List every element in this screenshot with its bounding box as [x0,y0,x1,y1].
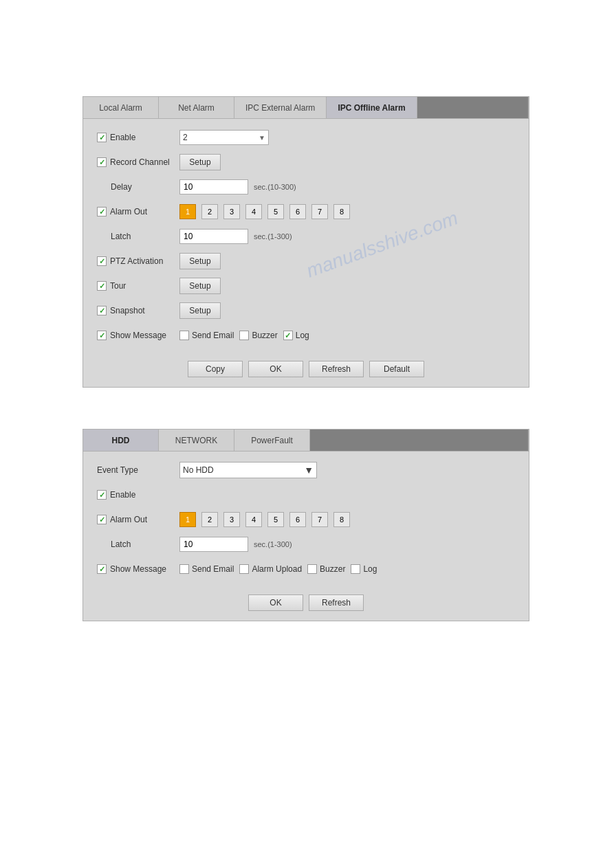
show-message2-label: Show Message [97,564,179,574]
panel2-body: Event Type No HDD ▼ Enable [83,452,529,621]
event-type-label: Event Type [97,465,179,475]
snapshot-checkbox[interactable] [97,306,107,315]
alarm-out-btn-2[interactable]: 2 [201,204,218,219]
ptz-activation-content: Setup [179,253,515,269]
event-type-select[interactable]: No HDD ▼ [179,462,317,478]
default-button[interactable]: Default [369,361,424,377]
buzzer2-label[interactable]: Buzzer [307,564,345,574]
refresh-button[interactable]: Refresh [309,361,364,377]
alarm-out-btn-1[interactable]: 1 [179,204,196,219]
alarm-out2-btn-3[interactable]: 3 [223,512,240,527]
log2-label[interactable]: Log [351,564,377,574]
refresh2-button[interactable]: Refresh [309,594,364,611]
enable-dropdown[interactable]: 2 ▼ [179,130,269,145]
tour-row: Tour Setup [97,277,515,295]
alarm-upload-checkbox[interactable] [239,564,249,574]
alarm-upload-label[interactable]: Alarm Upload [239,564,302,574]
send-email2-checkbox[interactable] [179,564,189,574]
log-checkbox[interactable] [283,331,293,340]
delay-content: sec.(10-300) [179,179,515,194]
buzzer-label[interactable]: Buzzer [239,331,277,340]
show-message-checkbox[interactable] [97,331,107,340]
alarm-out-btn-6[interactable]: 6 [289,204,306,219]
panel1-body: Enable 2 ▼ Record Channel [83,119,529,387]
log2-checkbox[interactable] [351,564,360,574]
tab-net-alarm[interactable]: Net Alarm [159,97,234,118]
ptz-activation-label: PTZ Activation [97,256,179,266]
alarm-out2-btn-5[interactable]: 5 [267,512,284,527]
alarm-out2-btn-2[interactable]: 2 [201,512,218,527]
tab-network[interactable]: NETWORK [159,430,234,451]
dropdown-arrow-icon: ▼ [259,134,265,142]
alarm-out-label: Alarm Out [97,207,179,216]
panel1-btn-row: Copy OK Refresh Default [97,354,515,377]
delay-hint: sec.(10-300) [254,183,296,191]
enable-label: Enable [97,133,179,142]
tour-label: Tour [97,281,179,291]
enable2-label: Enable [97,490,179,500]
buzzer-checkbox[interactable] [239,331,249,340]
record-channel-checkbox[interactable] [97,157,107,167]
alarm-out2-checkbox[interactable] [97,515,107,524]
send-email2-label[interactable]: Send Email [179,564,234,574]
ptz-activation-setup-button[interactable]: Setup [179,253,221,269]
tab-hdd[interactable]: HDD [83,430,159,451]
panel2-btn-row: OK Refresh [97,588,515,611]
alarm-out2-btn-7[interactable]: 7 [311,512,328,527]
ptz-activation-row: PTZ Activation Setup [97,252,515,270]
enable-checkbox[interactable] [97,133,107,142]
alarm-out2-row: Alarm Out 1 2 3 4 5 6 7 8 [97,511,515,528]
alarm-out2-btn-6[interactable]: 6 [289,512,306,527]
alarm-out-buttons: 1 2 3 4 5 6 7 8 [179,204,515,219]
latch2-label: Latch [97,539,179,549]
tab-ipc-external-alarm[interactable]: IPC External Alarm [234,97,327,118]
show-message-content: Send Email Buzzer Log [179,331,515,340]
snapshot-content: Setup [179,302,515,319]
latch-content: sec.(1-300) [179,229,515,244]
ptz-activation-checkbox[interactable] [97,256,107,266]
record-channel-setup-button[interactable]: Setup [179,154,221,170]
latch-input[interactable] [179,229,248,244]
select-arrow-icon: ▼ [304,465,314,476]
alarm-out-btn-8[interactable]: 8 [333,204,350,219]
latch2-row: Latch sec.(1-300) [97,535,515,553]
record-channel-label: Record Channel [97,157,179,167]
buzzer2-checkbox[interactable] [307,564,317,574]
enable2-row: Enable [97,486,515,504]
latch2-hint: sec.(1-300) [254,540,292,548]
send-email-checkbox[interactable] [179,331,189,340]
record-channel-content: Setup [179,154,515,170]
tab-ipc-offline-alarm[interactable]: IPC Offline Alarm [327,97,417,118]
snapshot-label: Snapshot [97,306,179,315]
show-message-row: Show Message Send Email Buzzer [97,326,515,344]
alarm-out-row: Alarm Out 1 2 3 4 5 6 7 8 [97,203,515,221]
alarm-out-btn-5[interactable]: 5 [267,204,284,219]
show-message2-checkbox[interactable] [97,564,107,574]
latch2-input[interactable] [179,537,248,552]
latch-label: Latch [97,232,179,241]
event-type-row: Event Type No HDD ▼ [97,461,515,479]
snapshot-setup-button[interactable]: Setup [179,302,221,319]
alarm-out2-btn-4[interactable]: 4 [245,512,262,527]
tab-bar-2: HDD NETWORK PowerFault [83,430,529,452]
alarm-out-checkbox[interactable] [97,207,107,216]
alarm-out2-btn-8[interactable]: 8 [333,512,350,527]
alarm-out-btn-4[interactable]: 4 [245,204,262,219]
enable-row: Enable 2 ▼ [97,129,515,146]
delay-input[interactable] [179,179,248,194]
tour-setup-button[interactable]: Setup [179,278,221,294]
event-type-content: No HDD ▼ [179,462,515,478]
tab-local-alarm[interactable]: Local Alarm [83,97,159,118]
tab-spacer-1 [417,97,529,118]
enable2-checkbox[interactable] [97,490,107,500]
tab-powerfault[interactable]: PowerFault [234,430,310,451]
log-label[interactable]: Log [283,331,309,340]
ok-button[interactable]: OK [248,361,303,377]
tour-checkbox[interactable] [97,281,107,291]
alarm-out-btn-3[interactable]: 3 [223,204,240,219]
copy-button[interactable]: Copy [188,361,243,377]
ok2-button[interactable]: OK [248,594,303,611]
alarm-out2-btn-1[interactable]: 1 [179,512,196,527]
send-email-label[interactable]: Send Email [179,331,234,340]
alarm-out-btn-7[interactable]: 7 [311,204,328,219]
